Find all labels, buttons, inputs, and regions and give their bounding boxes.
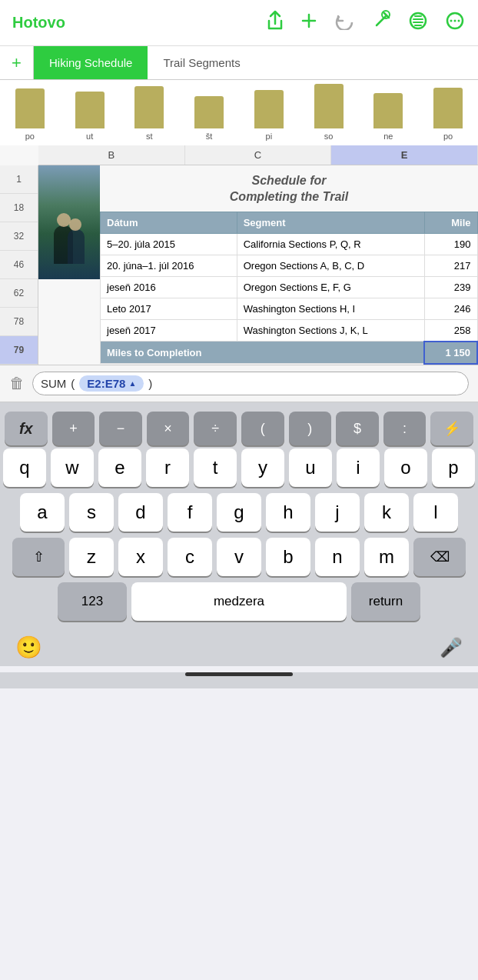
kb-i[interactable]: i <box>337 448 380 487</box>
range-expand-icon[interactable]: ▲ <box>128 379 136 388</box>
done-button[interactable]: Hotovo <box>12 14 65 32</box>
kb-space-key[interactable]: medzera <box>131 582 347 621</box>
kb-g[interactable]: g <box>217 493 261 532</box>
col-header-date: Dátum <box>101 212 237 233</box>
cell-date-0[interactable]: 5–20. júla 2015 <box>101 233 237 255</box>
more-icon[interactable] <box>444 10 466 36</box>
kb-n[interactable]: n <box>315 538 360 576</box>
cell-mile-3[interactable]: 246 <box>424 298 477 319</box>
kb-o[interactable]: o <box>384 448 427 487</box>
cell-mile-0[interactable]: 190 <box>424 233 477 255</box>
kb-q[interactable]: q <box>3 448 46 487</box>
cell-date-1[interactable]: 20. júna–1. júl 2016 <box>101 255 237 276</box>
table-row[interactable]: jeseň 2016 Oregon Sections E, F, G 239 <box>101 276 478 298</box>
table-row[interactable]: 5–20. júla 2015 California Sections P, Q… <box>101 233 478 255</box>
stamp-icon[interactable] <box>370 10 392 36</box>
total-value-cell[interactable]: 1 150 <box>424 342 477 364</box>
schedule-title: Schedule for Completing the Trail <box>100 165 478 212</box>
kb-j[interactable]: j <box>315 493 360 532</box>
cell-segment-2[interactable]: Oregon Sections E, F, G <box>237 276 424 298</box>
tab-add-button[interactable]: + <box>0 46 34 79</box>
kb-fx-key[interactable]: fx <box>5 412 48 445</box>
cell-segment-1[interactable]: Oregon Sections A, B, C, D <box>237 255 424 276</box>
kb-p[interactable]: p <box>432 448 475 487</box>
tab-trail-segments[interactable]: Trail Segments <box>148 46 255 79</box>
kb-h[interactable]: h <box>266 493 310 532</box>
kb-f[interactable]: f <box>168 493 212 532</box>
kb-x[interactable]: x <box>118 538 163 576</box>
cal-bar-2 <box>134 86 164 128</box>
kb-b[interactable]: b <box>266 538 310 576</box>
cell-date-2[interactable]: jeseň 2016 <box>101 276 237 298</box>
kb-shift-key[interactable]: ⇧ <box>12 538 65 576</box>
row-num-1: 1 <box>0 165 38 194</box>
kb-d[interactable]: d <box>118 493 163 532</box>
cal-col-1: ut <box>60 80 120 145</box>
kb-y[interactable]: y <box>241 448 284 487</box>
formula-input[interactable]: SUM ( E2:E78 ▲ ) <box>32 372 469 395</box>
kb-c[interactable]: c <box>168 538 212 576</box>
kb-return-key[interactable]: return <box>351 582 420 621</box>
table-row[interactable]: jeseň 2017 Washington Sections J, K, L 2… <box>101 319 478 342</box>
cell-date-4[interactable]: jeseň 2017 <box>101 319 237 342</box>
cal-bar-4 <box>254 90 284 128</box>
cal-bar-0 <box>15 88 45 128</box>
col-header-c[interactable]: C <box>185 145 332 165</box>
kb-open-paren-key[interactable]: ( <box>241 412 284 445</box>
tab-hiking-schedule[interactable]: Hiking Schedule <box>34 46 148 79</box>
keyboard: fx + − × ÷ ( ) $ : ⚡ q w e r t y u i o p… <box>0 402 478 666</box>
kb-colon-key[interactable]: : <box>383 412 427 445</box>
kb-w[interactable]: w <box>51 448 94 487</box>
formula-bar: 🗑 SUM ( E2:E78 ▲ ) <box>0 365 478 402</box>
kb-backspace-key[interactable]: ⌫ <box>413 538 466 576</box>
kb-z[interactable]: z <box>69 538 114 576</box>
cell-mile-1[interactable]: 217 <box>424 255 477 276</box>
undo-icon[interactable] <box>334 12 355 35</box>
col-header-e[interactable]: E <box>331 145 478 165</box>
formula-range[interactable]: E2:E78 ▲ <box>79 375 144 392</box>
cell-segment-0[interactable]: California Sections P, Q, R <box>237 233 424 255</box>
cell-mile-2[interactable]: 239 <box>424 276 477 298</box>
kb-divide-key[interactable]: ÷ <box>194 412 237 445</box>
kb-plus-key[interactable]: + <box>52 412 95 445</box>
kb-m[interactable]: m <box>364 538 409 576</box>
cell-date-3[interactable]: Leto 2017 <box>101 298 237 319</box>
cell-segment-4[interactable]: Washington Sections J, K, L <box>237 319 424 342</box>
delete-button[interactable]: 🗑 <box>9 375 25 392</box>
kb-close-paren-key[interactable]: ) <box>289 412 332 445</box>
kb-s[interactable]: s <box>69 493 114 532</box>
kb-lightning-key[interactable]: ⚡ <box>430 412 473 445</box>
emoji-button[interactable]: 🙂 <box>15 635 42 660</box>
kb-num-key[interactable]: 123 <box>58 582 127 621</box>
add-icon[interactable] <box>300 12 318 35</box>
cal-label-2: st <box>146 132 153 141</box>
kb-u[interactable]: u <box>289 448 332 487</box>
formula-open-paren: ( <box>71 377 75 390</box>
mic-button[interactable]: 🎤 <box>440 637 463 658</box>
total-label[interactable]: Miles to Completion <box>101 342 425 364</box>
kb-dollar-key[interactable]: $ <box>336 412 379 445</box>
cal-label-4: pi <box>266 132 273 141</box>
kb-r[interactable]: r <box>146 448 189 487</box>
kb-v[interactable]: v <box>217 538 261 576</box>
kb-minus-key[interactable]: − <box>99 412 142 445</box>
kb-t[interactable]: t <box>194 448 237 487</box>
col-header-b[interactable]: B <box>38 145 185 165</box>
table-row[interactable]: Leto 2017 Washington Sections H, I 246 <box>101 298 478 319</box>
kb-multiply-key[interactable]: × <box>147 412 190 445</box>
kb-rows: q w e r t y u i o p a s d f g h j k l ⇧ … <box>0 448 478 621</box>
kb-l[interactable]: l <box>413 493 458 532</box>
kb-e[interactable]: e <box>98 448 141 487</box>
total-row[interactable]: Miles to Completion 1 150 <box>101 342 478 364</box>
kb-a[interactable]: a <box>20 493 65 532</box>
search-icon[interactable] <box>407 10 429 36</box>
cell-segment-3[interactable]: Washington Sections H, I <box>237 298 424 319</box>
row-num-79: 79 <box>0 336 38 365</box>
table-row[interactable]: 20. júna–1. júl 2016 Oregon Sections A, … <box>101 255 478 276</box>
cell-mile-4[interactable]: 258 <box>424 319 477 342</box>
kb-k[interactable]: k <box>364 493 409 532</box>
row-num-62: 62 <box>0 279 38 308</box>
schedule-container: Schedule for Completing the Trail Dátum … <box>100 165 478 365</box>
share-icon[interactable] <box>266 10 284 36</box>
svg-point-4 <box>450 19 453 22</box>
